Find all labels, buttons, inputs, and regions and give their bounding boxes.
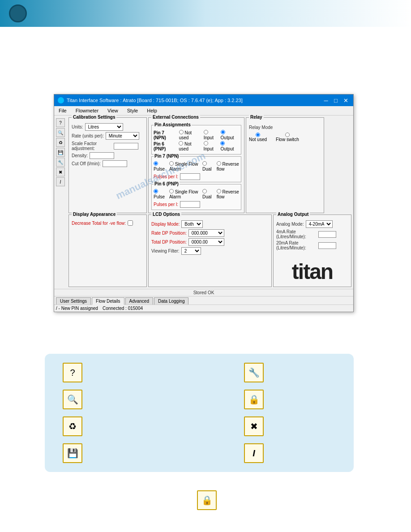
viewing-filter-select[interactable]: 1 2 3 4 bbox=[181, 247, 201, 255]
pin6-pulses-label: Pulses per l: bbox=[154, 202, 178, 207]
pin6-pulses-row: Pulses per l: 1000 bbox=[154, 201, 239, 208]
rate-4ma-input[interactable]: 0 bbox=[318, 231, 336, 238]
rate-20ma-input[interactable]: 1.7 bbox=[318, 242, 336, 249]
title-bar: Titan Interface Software : Atrato [Board… bbox=[54, 94, 353, 106]
sidebar-icon-5[interactable]: 🔧 bbox=[56, 158, 65, 167]
app-icon bbox=[58, 97, 64, 103]
rate-dp-row: Rate DP Position: 000.000 00.0000 bbox=[151, 229, 269, 237]
top-panels: Calibration Settings Units: Litres Gallo… bbox=[68, 117, 351, 213]
pin7-pulse-label: Pulse bbox=[154, 161, 166, 172]
pin7-input-radio[interactable] bbox=[204, 130, 208, 134]
maximize-button[interactable]: □ bbox=[332, 96, 340, 104]
pin7-reverse-radio[interactable] bbox=[217, 161, 221, 166]
cutoff-input[interactable]: 0 bbox=[103, 160, 127, 167]
total-dp-select[interactable]: 0000.00 000.000 bbox=[188, 238, 224, 246]
external-connections-title: External Connections bbox=[151, 115, 200, 120]
display-mode-select[interactable]: Both Rate Total bbox=[181, 220, 203, 228]
rate-20ma-label: 20mA Rate (Litres/Minute): bbox=[276, 240, 317, 250]
density-row: Density: 1 bbox=[72, 152, 144, 159]
density-input[interactable]: 1 bbox=[90, 152, 114, 159]
pin6-label: Pin 6 (PNP) bbox=[154, 142, 177, 151]
pin7-pulse-radio[interactable] bbox=[154, 161, 158, 166]
pin6-pulse-label: Pulse bbox=[154, 189, 166, 199]
content-area: ? 🔍 ♻ 💾 🔧 ✖ I Calibration Settings Units… bbox=[54, 116, 353, 289]
menu-file[interactable]: File bbox=[57, 107, 68, 114]
icon-grid-7[interactable]: ✖ bbox=[244, 416, 264, 436]
pin7-npn-group: Pin 7 (NPN) Pulse Single Flow Alarm Dual… bbox=[151, 156, 241, 182]
pin7-dual-radio[interactable] bbox=[202, 161, 207, 166]
menu-style[interactable]: Style bbox=[125, 107, 140, 114]
analog-mode-select[interactable]: 4-20mA 0-20mA 0-5V 0-10V bbox=[306, 220, 333, 228]
total-dp-row: Total DP Position: 0000.00 000.000 bbox=[151, 238, 269, 246]
pin7-npn-options: Pulse Single Flow Alarm Dual Reverse flo… bbox=[154, 161, 239, 172]
pin7-pulses-input[interactable]: 1000 bbox=[180, 173, 200, 180]
rate-select[interactable]: Minute Hour Second bbox=[106, 132, 139, 140]
pin6-pnp-options: Pulse Single Flow Alarm Dual Reverse flo… bbox=[154, 189, 239, 199]
sidebar-icon-1[interactable]: ? bbox=[56, 118, 65, 127]
relay-flow-switch: Flow switch bbox=[276, 133, 299, 142]
relay-mode-label: Relay Mode bbox=[249, 125, 321, 130]
icon-grid-8[interactable]: I bbox=[244, 443, 264, 463]
display-panel: Display Appearance Decrease Total for -v… bbox=[68, 215, 351, 287]
rate-dp-select[interactable]: 000.000 00.0000 bbox=[188, 229, 224, 237]
icon-grid-5[interactable]: 🔧 bbox=[244, 363, 264, 382]
decrease-total-checkbox[interactable] bbox=[128, 220, 133, 226]
scale-input[interactable]: 1 bbox=[114, 143, 138, 150]
pin7-npn-title: Pin 7 (NPN) bbox=[154, 154, 180, 159]
units-select[interactable]: Litres Gallons ml bbox=[85, 123, 123, 131]
icon-grid-6[interactable]: 🔒 bbox=[244, 390, 264, 409]
close-button[interactable]: ✕ bbox=[342, 96, 350, 104]
icon-grid-1[interactable]: ? bbox=[63, 363, 82, 382]
pin7-pulses-row: Pulses per l: 1000 bbox=[154, 173, 239, 180]
pin7-output-label: Output bbox=[221, 130, 239, 140]
tab-user-settings[interactable]: User Settings bbox=[56, 297, 91, 305]
sidebar-icon-3[interactable]: ♻ bbox=[56, 138, 65, 147]
sidebar-icon-6[interactable]: ✖ bbox=[56, 167, 65, 176]
bottom-single-icon[interactable]: 🔒 bbox=[197, 490, 217, 510]
menu-view[interactable]: View bbox=[106, 107, 120, 114]
minimize-button[interactable]: ─ bbox=[322, 96, 330, 104]
pin6-reverse-label: Reverse flow bbox=[217, 189, 239, 199]
tab-advanced[interactable]: Advanced bbox=[125, 297, 153, 305]
viewing-filter-row: Viewing Filter: 1 2 3 4 bbox=[151, 247, 269, 255]
pin-assignments-title: Pin Assignments bbox=[154, 122, 192, 127]
menu-help[interactable]: Help bbox=[145, 107, 159, 114]
menu-bar: File Flowmeter View Style Help bbox=[54, 106, 353, 116]
sidebar-icon-7[interactable]: I bbox=[56, 177, 65, 186]
stored-ok-text: Stored OK bbox=[193, 290, 214, 295]
density-label: Density: bbox=[72, 153, 88, 158]
pin6-dual-radio[interactable] bbox=[202, 189, 207, 193]
panels-container: Calibration Settings Units: Litres Gallo… bbox=[68, 117, 351, 287]
relay-mode-group: Relay Mode Not used Flow switch bbox=[249, 125, 321, 142]
pin6-input-label: Input bbox=[204, 141, 219, 151]
sidebar-icon-2[interactable]: 🔍 bbox=[56, 128, 65, 137]
pin6-notused-radio[interactable] bbox=[179, 141, 183, 146]
rate-row: Rate (units per): Minute Hour Second bbox=[72, 132, 144, 140]
pin6-dual-label: Dual bbox=[202, 189, 213, 199]
tab-data-logging[interactable]: Data Logging bbox=[154, 297, 189, 305]
tab-flow-details[interactable]: Flow Details bbox=[92, 297, 124, 305]
relay-options: Not used Flow switch bbox=[249, 133, 321, 142]
scale-row: Scale Factor adjustment: 1 bbox=[72, 141, 144, 151]
relay-flowswitch-radio[interactable] bbox=[285, 133, 290, 137]
pin6-pulse-radio[interactable] bbox=[154, 189, 158, 193]
pin7-single-radio[interactable] bbox=[169, 161, 174, 166]
relay-notused-radio[interactable] bbox=[256, 133, 260, 137]
pin6-single-radio[interactable] bbox=[169, 189, 174, 193]
display-appearance-panel: Display Appearance Decrease Total for -v… bbox=[68, 215, 147, 287]
lcd-options-panel: LCD Options Display Mode: Both Rate Tota… bbox=[148, 215, 272, 287]
pin6-reverse-radio[interactable] bbox=[217, 189, 221, 193]
pin6-output-radio[interactable] bbox=[220, 141, 225, 146]
pin7-output-radio[interactable] bbox=[221, 130, 225, 134]
pin7-notused-radio[interactable] bbox=[179, 130, 184, 134]
units-label: Units: bbox=[72, 124, 83, 129]
pin6-pulses-input[interactable]: 1000 bbox=[180, 201, 200, 208]
pin6-input-radio[interactable] bbox=[204, 141, 208, 146]
icon-grid-2[interactable]: 🔍 bbox=[63, 390, 82, 409]
icon-grid-4[interactable]: 💾 bbox=[63, 443, 82, 463]
total-dp-label: Total DP Position: bbox=[151, 240, 187, 245]
display-mode-label: Display Mode: bbox=[151, 222, 180, 227]
sidebar-icon-4[interactable]: 💾 bbox=[56, 148, 65, 157]
icon-grid-3[interactable]: ♻ bbox=[63, 416, 82, 436]
menu-flowmeter[interactable]: Flowmeter bbox=[74, 107, 100, 114]
